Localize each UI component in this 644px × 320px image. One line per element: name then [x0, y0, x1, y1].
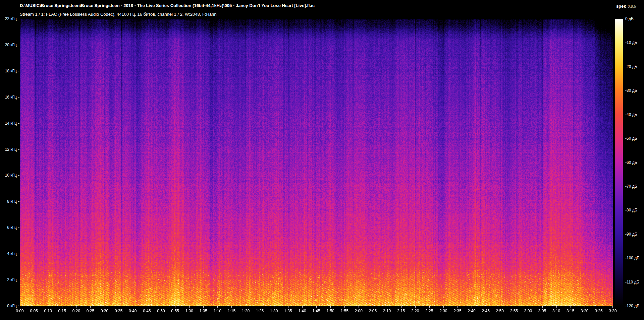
time-tick-label: 2:20	[411, 309, 419, 313]
db-tick-label: -10 дБ	[625, 40, 637, 45]
freq-tick	[18, 201, 19, 202]
time-tick	[175, 306, 175, 308]
time-tick	[429, 306, 430, 308]
freq-tick-label: 12 кГц	[5, 147, 17, 152]
time-tick	[401, 306, 401, 308]
time-tick	[231, 306, 232, 308]
time-tick	[612, 306, 613, 308]
time-tick	[514, 306, 514, 308]
time-tick-label: 1:45	[312, 309, 320, 313]
db-tick-label: -60 дБ	[625, 160, 637, 165]
time-tick	[528, 306, 528, 308]
freq-tick	[18, 280, 19, 280]
time-tick	[20, 306, 20, 308]
time-tick-label: 1:30	[270, 309, 278, 313]
time-tick	[486, 306, 486, 308]
time-tick	[443, 306, 444, 308]
freq-tick-label: 8 кГц	[7, 199, 17, 204]
db-tick-label: -90 дБ	[625, 232, 637, 237]
time-tick-label: 0:50	[157, 309, 165, 313]
legend-gradient	[615, 19, 623, 306]
freq-tick-label: 0 кГц	[7, 304, 17, 308]
time-tick	[119, 306, 119, 308]
freq-tick	[18, 19, 19, 19]
time-tick-label: 2:40	[468, 309, 475, 313]
db-tick-label: -80 дБ	[625, 208, 637, 212]
freq-tick-label: 16 кГц	[5, 95, 17, 100]
freq-tick-label: 14 кГц	[5, 121, 17, 126]
freq-tick	[18, 306, 19, 306]
time-tick	[189, 306, 190, 308]
time-tick-label: 1:05	[200, 309, 207, 313]
freq-tick	[18, 45, 19, 45]
app-version: 0.8.5	[628, 4, 636, 8]
time-tick	[415, 306, 416, 308]
time-tick-label: 1:00	[185, 309, 193, 313]
time-tick	[147, 306, 147, 308]
time-tick	[599, 306, 599, 308]
db-tick-label: -70 дБ	[625, 184, 637, 189]
time-tick-label: 1:40	[298, 309, 306, 313]
time-tick-label: 1:15	[228, 309, 235, 313]
time-tick-label: 1:25	[256, 309, 264, 313]
db-tick-label: -20 дБ	[625, 64, 637, 69]
time-tick	[62, 306, 62, 308]
time-tick-label: 2:15	[397, 309, 405, 313]
time-tick	[133, 306, 133, 308]
db-tick-label: -50 дБ	[625, 136, 637, 141]
file-path: D:\MUSIC\Bruce Springsteen\Bruce Springs…	[20, 3, 315, 8]
freq-tick-label: 4 кГц	[7, 251, 17, 256]
time-tick	[48, 306, 48, 308]
time-tick-label: 2:10	[383, 309, 391, 313]
time-tick-label: 0:10	[44, 309, 52, 313]
time-tick-label: 1:10	[214, 309, 221, 313]
time-tick-label: 3:30	[609, 309, 616, 313]
time-axis: 0:000:050:100:150:200:250:300:350:400:45…	[20, 306, 613, 320]
time-tick	[217, 306, 218, 308]
time-tick-label: 3:25	[595, 309, 602, 313]
freq-tick-label: 6 кГц	[7, 225, 17, 230]
time-tick-label: 2:05	[369, 309, 377, 313]
time-tick	[260, 306, 260, 308]
time-tick-label: 2:25	[425, 309, 433, 313]
time-tick-label: 2:50	[496, 309, 504, 313]
time-tick-label: 1:55	[341, 309, 348, 313]
time-tick-label: 2:35	[453, 309, 461, 313]
time-tick	[105, 306, 105, 308]
time-tick	[302, 306, 303, 308]
time-tick-label: 0:20	[72, 309, 80, 313]
frequency-axis: 22 кГц20 кГц18 кГц16 кГц14 кГц12 кГц10 к…	[0, 19, 20, 306]
db-tick-label: -100 дБ	[625, 256, 639, 260]
time-tick	[571, 306, 571, 308]
time-tick	[387, 306, 387, 308]
time-tick-label: 2:45	[482, 309, 489, 313]
time-tick	[472, 306, 472, 308]
time-tick	[373, 306, 373, 308]
time-tick-label: 0:30	[101, 309, 108, 313]
time-tick	[556, 306, 557, 308]
time-tick-label: 0:25	[87, 309, 94, 313]
time-tick-label: 3:05	[538, 309, 546, 313]
freq-tick	[18, 228, 19, 228]
time-tick-label: 0:55	[171, 309, 179, 313]
time-tick	[90, 306, 91, 308]
freq-tick-label: 20 кГц	[5, 43, 17, 47]
freq-tick-label: 22 кГц	[5, 16, 17, 21]
freq-tick	[18, 149, 19, 150]
time-tick-label: 1:50	[326, 309, 334, 313]
time-tick-label: 0:40	[129, 309, 137, 313]
time-tick	[76, 306, 76, 308]
freq-tick	[18, 254, 19, 254]
time-tick-label: 1:20	[242, 309, 250, 313]
time-tick	[542, 306, 543, 308]
time-tick-label: 1:35	[284, 309, 292, 313]
time-tick-label: 3:10	[552, 309, 560, 313]
time-tick	[458, 306, 458, 308]
time-tick	[344, 306, 345, 308]
time-tick	[34, 306, 34, 308]
time-tick-label: 2:00	[355, 309, 363, 313]
time-tick-label: 2:55	[510, 309, 518, 313]
freq-tick-label: 18 кГц	[5, 69, 17, 73]
freq-tick	[18, 71, 19, 71]
time-tick	[288, 306, 288, 308]
